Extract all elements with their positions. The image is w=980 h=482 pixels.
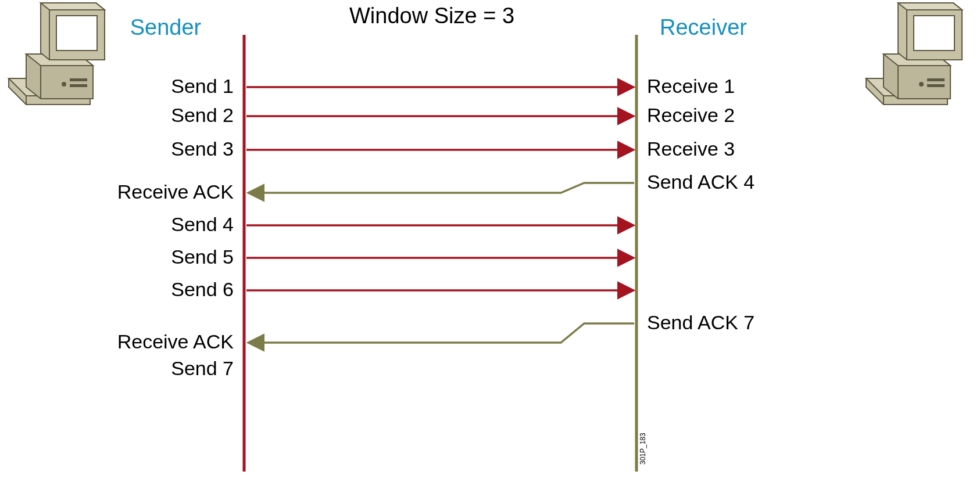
svg-marker-10 <box>41 3 105 10</box>
sender-event-label: Receive ACK <box>117 181 234 203</box>
receiver-event-label: Receive 3 <box>647 138 735 160</box>
sender-event-label: Receive ACK <box>117 330 234 352</box>
receiver-event-label: Send ACK 7 <box>647 311 754 333</box>
ack-arrow <box>250 323 634 343</box>
svg-rect-7 <box>70 78 87 81</box>
sender-event-label: Send 2 <box>171 104 234 126</box>
title: Window Size = 3 <box>349 3 514 28</box>
sender-event-label: Send 5 <box>171 246 234 268</box>
receiver-event-label: Receive 1 <box>647 75 735 97</box>
svg-rect-8 <box>70 84 87 87</box>
sender-event-label: Send 6 <box>171 278 234 300</box>
ack-arrow <box>250 183 634 193</box>
svg-point-19 <box>919 82 924 87</box>
computer-icon-sender <box>9 3 105 105</box>
sender-event-label: Send 1 <box>171 75 234 97</box>
svg-rect-12 <box>56 16 97 51</box>
sender-label: Sender <box>130 15 202 39</box>
image-tag: 301P_183 <box>639 433 647 465</box>
receiver-event-label: Receive 2 <box>647 104 735 126</box>
sender-event-label: Send 3 <box>171 138 234 160</box>
svg-rect-21 <box>927 84 945 87</box>
computer-icon-receiver <box>866 3 962 105</box>
sender-event-label: Send 7 <box>171 357 234 379</box>
diagram-stage: Window Size = 3 Sender Receiver <box>0 0 980 482</box>
svg-rect-25 <box>914 16 954 51</box>
svg-rect-20 <box>927 78 945 81</box>
sender-event-label: Send 4 <box>171 213 234 235</box>
svg-point-6 <box>62 82 66 87</box>
message-rows: Send 1Receive 1Send 2Receive 2Send 3Rece… <box>117 75 755 379</box>
receiver-event-label: Send ACK 4 <box>647 171 754 193</box>
svg-marker-23 <box>898 3 962 10</box>
receiver-label: Receiver <box>660 15 747 39</box>
